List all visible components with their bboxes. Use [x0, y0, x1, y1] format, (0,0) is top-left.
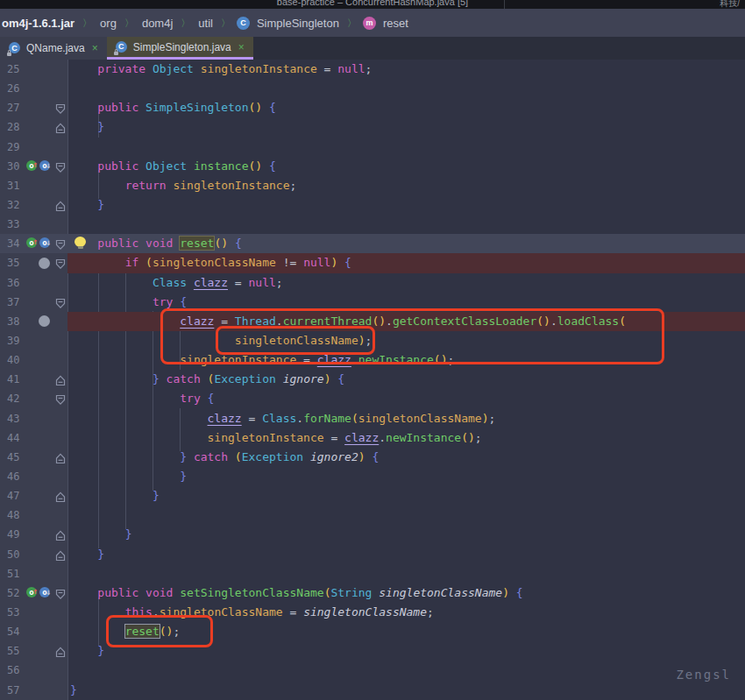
- editor-line[interactable]: 30oo public Object instance() {: [0, 157, 745, 176]
- fold-close-icon[interactable]: [55, 373, 66, 385]
- code-text[interactable]: }: [67, 681, 745, 700]
- gutter-cell[interactable]: 33: [0, 215, 67, 234]
- fold-open-icon[interactable]: [55, 160, 66, 172]
- code-text[interactable]: } catch (Exception ignore) {: [67, 370, 745, 389]
- gutter-cell[interactable]: 37: [0, 293, 67, 312]
- editor-line[interactable]: 39 singletonClassName);: [0, 331, 745, 350]
- code-text[interactable]: return singletonInstance;: [67, 176, 745, 195]
- gutter-cell[interactable]: 57: [0, 681, 67, 700]
- gutter-cell[interactable]: 26: [0, 79, 67, 98]
- fold-open-icon[interactable]: [55, 102, 66, 113]
- gutter-cell[interactable]: 41: [0, 370, 67, 389]
- gutter-cell[interactable]: 28: [0, 117, 67, 137]
- code-text[interactable]: singletonClassName);: [67, 331, 745, 350]
- gutter-cell[interactable]: 35: [0, 253, 67, 272]
- code-text[interactable]: public SimpleSingleton() {: [67, 98, 745, 117]
- gutter-cell[interactable]: 52oo: [0, 583, 67, 603]
- editor-line[interactable]: 54 reset();: [0, 622, 745, 641]
- editor-line[interactable]: 32 }: [0, 195, 745, 215]
- code-text[interactable]: }: [67, 525, 745, 544]
- code-text[interactable]: clazz = Class.forName(singletonClassName…: [67, 409, 745, 428]
- gutter-cell[interactable]: 29: [0, 138, 67, 157]
- fold-open-icon[interactable]: [55, 587, 66, 598]
- intention-bulb-icon[interactable]: [74, 237, 86, 248]
- editor-line[interactable]: 43 clazz = Class.forName(singletonClassN…: [0, 409, 745, 428]
- code-text[interactable]: }: [67, 195, 745, 215]
- editor-line[interactable]: 36 Class clazz = null;: [0, 273, 745, 293]
- gutter-cell[interactable]: 38: [0, 312, 67, 331]
- code-text[interactable]: [67, 506, 745, 525]
- gutter-cell[interactable]: 36: [0, 273, 67, 293]
- tab-qname-java[interactable]: C QName.java ×: [0, 37, 107, 60]
- breadcrumb-item-org[interactable]: org: [98, 17, 118, 30]
- editor-line[interactable]: 26: [0, 79, 745, 98]
- gutter-cell[interactable]: 25: [0, 60, 67, 79]
- code-text[interactable]: private Object singletonInstance = null;: [67, 60, 745, 79]
- gutter-cell[interactable]: 51: [0, 564, 67, 583]
- fold-open-icon[interactable]: [55, 257, 66, 268]
- fold-open-icon[interactable]: [55, 237, 66, 249]
- code-text[interactable]: try {: [67, 389, 745, 408]
- fold-close-icon[interactable]: [55, 548, 66, 560]
- overrides-up-icon[interactable]: o: [26, 237, 37, 248]
- overridden-down-icon[interactable]: o: [39, 160, 50, 171]
- editor-line[interactable]: 46 }: [0, 467, 745, 486]
- breakpoint-muted-icon[interactable]: [39, 315, 50, 327]
- breadcrumb-item-method[interactable]: m reset: [363, 17, 410, 30]
- editor-line[interactable]: 27 public SimpleSingleton() {: [0, 98, 745, 117]
- overrides-up-icon[interactable]: o: [26, 587, 37, 597]
- code-text[interactable]: [67, 215, 745, 234]
- code-text[interactable]: if (singletonClassName != null) {: [67, 253, 745, 272]
- fold-open-icon[interactable]: [55, 296, 66, 308]
- editor-line[interactable]: 44 singletonInstance = clazz.newInstance…: [0, 428, 745, 448]
- code-text[interactable]: }: [67, 641, 745, 661]
- gutter-cell[interactable]: 31: [0, 176, 67, 195]
- editor-line[interactable]: 47 }: [0, 486, 745, 506]
- code-text[interactable]: public void setSingletonClassName(String…: [67, 583, 745, 603]
- gutter-cell[interactable]: 44: [0, 428, 67, 448]
- fold-open-icon[interactable]: [55, 392, 66, 404]
- editor-line[interactable]: 50 }: [0, 545, 745, 564]
- editor-line[interactable]: 37 try {: [0, 293, 745, 312]
- fold-close-icon[interactable]: [55, 121, 66, 132]
- breadcrumb-item-jar[interactable]: om4j-1.6.1.jar: [0, 17, 76, 30]
- code-text[interactable]: [67, 138, 745, 157]
- editor-line[interactable]: 42 try {: [0, 389, 745, 408]
- close-icon[interactable]: ×: [238, 41, 245, 53]
- code-text[interactable]: }: [67, 117, 745, 137]
- gutter-cell[interactable]: 56: [0, 661, 67, 680]
- editor-line[interactable]: 56: [0, 661, 745, 680]
- gutter-cell[interactable]: 54: [0, 622, 67, 641]
- gutter-cell[interactable]: 53: [0, 603, 67, 622]
- code-text[interactable]: }: [67, 486, 745, 506]
- editor-line[interactable]: 28 }: [0, 117, 745, 137]
- gutter-cell[interactable]: 55: [0, 641, 67, 661]
- code-text[interactable]: clazz = Thread.currentThread().getContex…: [67, 312, 745, 331]
- editor-line[interactable]: 55 }: [0, 641, 745, 661]
- breadcrumb-item-class[interactable]: C SimpleSingleton: [237, 17, 341, 30]
- gutter-cell[interactable]: 39: [0, 331, 67, 350]
- code-text[interactable]: public void reset() {: [67, 234, 745, 253]
- editor-line[interactable]: 51: [0, 564, 745, 583]
- breadcrumb-item-util[interactable]: util: [196, 17, 215, 30]
- fold-close-icon[interactable]: [55, 528, 66, 540]
- code-text[interactable]: reset();: [67, 622, 745, 641]
- editor-line[interactable]: 48: [0, 506, 745, 525]
- gutter-cell[interactable]: 43: [0, 409, 67, 428]
- code-text[interactable]: singletonInstance = clazz.newInstance();: [67, 428, 745, 448]
- fold-close-icon[interactable]: [55, 645, 66, 656]
- code-text[interactable]: [67, 661, 745, 680]
- gutter-cell[interactable]: 40: [0, 350, 67, 370]
- gutter-cell[interactable]: 45: [0, 448, 67, 467]
- editor-line[interactable]: 38 clazz = Thread.currentThread().getCon…: [0, 312, 745, 331]
- gutter-cell[interactable]: 32: [0, 195, 67, 215]
- gutter-cell[interactable]: 47: [0, 486, 67, 506]
- fold-close-icon[interactable]: [55, 451, 66, 463]
- code-text[interactable]: }: [67, 467, 745, 486]
- fold-close-icon[interactable]: [55, 199, 66, 210]
- gutter-cell[interactable]: 50: [0, 545, 67, 564]
- editor-line[interactable]: 31 return singletonInstance;: [0, 176, 745, 195]
- gutter-cell[interactable]: 34oo: [0, 234, 67, 253]
- gutter-cell[interactable]: 27: [0, 98, 67, 117]
- editor-line[interactable]: 45 } catch (Exception ignore2) {: [0, 448, 745, 467]
